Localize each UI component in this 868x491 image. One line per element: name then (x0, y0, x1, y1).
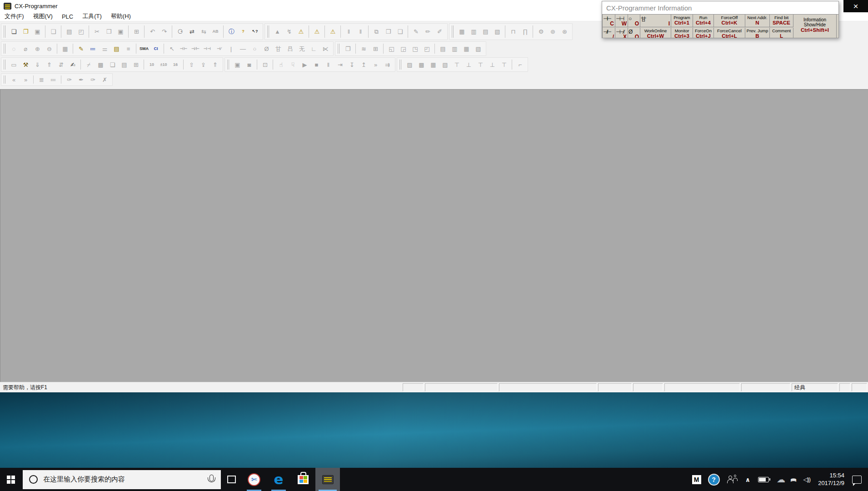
step-run-button[interactable]: ⇥ (334, 59, 346, 70)
toolbar-grip-handle[interactable] (3, 75, 5, 84)
rung-jump-button[interactable]: ≔ (47, 74, 59, 85)
new-coil-button[interactable]: ○ (249, 43, 260, 54)
new-file-button[interactable]: ❏ (8, 26, 20, 37)
memory-backup-button[interactable]: ▣ (231, 59, 243, 70)
auto-symbol-check-button[interactable]: ◳ (409, 43, 421, 54)
print-button[interactable]: ▤ (63, 26, 75, 37)
zoom-out-button[interactable]: ⊖ (43, 43, 55, 54)
toolbar-grip-handle[interactable] (451, 25, 454, 38)
new-instruction-button[interactable]: 甘 (272, 43, 284, 54)
help-topics-button[interactable]: ? (237, 26, 249, 37)
mesh-check-button[interactable]: ▩ (95, 59, 106, 70)
cut-button[interactable]: ✂ (91, 26, 103, 37)
taskbar-app-store[interactable] (291, 468, 315, 491)
tray-people-icon[interactable] (727, 475, 738, 484)
memory-card-view-button[interactable]: ▤ (479, 26, 491, 37)
compile-warning-button[interactable]: ⚠ (311, 26, 323, 37)
step-into-button[interactable]: ↧ (346, 59, 358, 70)
monitor-decimal-button[interactable]: 10 (146, 59, 158, 70)
force-pen-reset-button[interactable]: ✒ (75, 74, 87, 85)
task-schedule-button[interactable]: ⊞ (369, 43, 381, 54)
context-help-button[interactable]: ↖? (249, 26, 261, 37)
new-closed-contact-button[interactable]: ⊣∕⊢ (190, 43, 201, 54)
pan-tool-button[interactable]: ◌ (8, 43, 20, 54)
taskbar-app-snipping[interactable]: ✄ (242, 468, 266, 491)
plc-clock-sync-button[interactable]: ⊛ (559, 26, 570, 37)
toolbar-grip-handle[interactable] (3, 44, 5, 54)
change-all-button[interactable]: ⇆ (198, 26, 210, 37)
find-button[interactable]: ⚆ (174, 26, 186, 37)
io-panel-button[interactable]: ▤ (118, 59, 130, 70)
section-view-button[interactable]: ❏ (106, 59, 118, 70)
toolbar-grip-handle[interactable] (399, 60, 401, 70)
time-chart-monitor-button[interactable]: ∏ (519, 26, 531, 37)
io-comment-table-button[interactable]: ▧ (472, 43, 484, 54)
menu-item-plc[interactable]: PLC (57, 12, 78, 21)
grid-toggle-button[interactable]: ▦ (59, 43, 71, 54)
flash-save-button[interactable]: ◙ (243, 59, 255, 70)
redo-button[interactable]: ↷ (158, 26, 170, 37)
rung-reference-button[interactable]: ❑ (394, 26, 406, 37)
address-comment-list-button[interactable]: ≔ (87, 43, 99, 54)
new-closed-coil-button[interactable]: Ø (260, 43, 272, 54)
new-contact-button[interactable]: ⊣⊢ (178, 43, 190, 54)
microphone-icon[interactable] (205, 474, 217, 486)
watch-window-1-button[interactable]: ▨ (404, 59, 415, 70)
force-pen-toggle-button[interactable]: ✑ (87, 74, 99, 85)
auto-symbol-plain-button[interactable]: ◰ (421, 43, 433, 54)
timing-bar-3-button[interactable]: ⊤ (474, 59, 486, 70)
replace-button[interactable]: ⇄ (186, 26, 198, 37)
auto-symbol-z-button[interactable]: ◱ (385, 43, 397, 54)
transfer-from-plc-button[interactable]: ⇑ (43, 59, 55, 70)
online-edit-send-button[interactable]: ✏ (422, 26, 434, 37)
tray-show-hidden-icons-chevron[interactable]: ∧ (745, 476, 750, 483)
tray-volume-icon[interactable]: ◁)) (803, 476, 811, 483)
differential-monitor-button[interactable]: ⊓ (507, 26, 519, 37)
run-program-button[interactable]: ▶ (299, 59, 310, 70)
new-or-contact-button[interactable]: ⊣⊣ (201, 43, 213, 54)
symbol-bar-button[interactable]: ⚌ (99, 43, 110, 54)
select-mode-button[interactable]: ↖ (166, 43, 178, 54)
indent-rung-button[interactable]: » (20, 74, 31, 85)
symbol-table-button[interactable]: ▤ (437, 43, 449, 54)
tray-help-icon[interactable]: ? (709, 475, 719, 485)
build-program-button[interactable]: ⚒ (20, 59, 31, 70)
compare-with-plc-button[interactable]: ⇵ (55, 59, 67, 70)
online-edit-cancel-button[interactable]: ✐ (434, 26, 445, 37)
paste-program-button[interactable]: ⊞ (130, 26, 142, 37)
change-address-ab-button[interactable]: AB (210, 26, 221, 37)
pc-monitor-button[interactable]: ⊡ (259, 59, 271, 70)
new-instruction-detail-button[interactable]: 吕 (284, 43, 296, 54)
force-reset-button[interactable]: ⇪ (197, 59, 209, 70)
plc-settings-button[interactable]: ✍ (67, 59, 79, 70)
copy-button[interactable]: ❒ (103, 26, 115, 37)
watch-window-3-button[interactable]: ▦ (427, 59, 439, 70)
timing-bar-5-button[interactable]: ⊤ (498, 59, 510, 70)
menu-item-view[interactable]: 视图(V) (29, 12, 57, 21)
tray-onedrive-cloud-icon[interactable]: ☁ (777, 475, 785, 484)
taskbar-app-edge[interactable]: e (266, 468, 291, 491)
online-edit-begin-button[interactable]: ✎ (410, 26, 422, 37)
continuous-step-button[interactable]: » (369, 59, 381, 70)
toolbar-grip-handle[interactable] (337, 44, 339, 54)
differential-pause-button[interactable]: ‖ (343, 26, 354, 37)
new-inverted-instruction-button[interactable]: 无 (296, 43, 308, 54)
monitor-data-in-rung-button[interactable]: ▤ (110, 43, 122, 54)
force-set-button[interactable]: ⇧ (185, 59, 197, 70)
taskbar-search-input[interactable]: 在这里输入你要搜索的内容 (23, 470, 221, 489)
online-monitor-warning-button[interactable]: ⚠ (327, 26, 339, 37)
align-rungs-button[interactable]: ≣ (35, 74, 47, 85)
address-reference-button[interactable]: ❒ (382, 26, 394, 37)
stop-hand-button[interactable]: ☝ (275, 59, 287, 70)
tray-battery-icon[interactable] (758, 477, 769, 482)
find-in-project-button[interactable]: ❑ (47, 26, 59, 37)
plc-memory-view-button[interactable]: ▦ (456, 26, 468, 37)
auto-symbol-x-button[interactable]: ◲ (397, 43, 409, 54)
paste-button[interactable]: ▣ (115, 26, 126, 37)
pause-button[interactable]: ‖ (354, 26, 366, 37)
force-pen-set-button[interactable]: ✑ (63, 74, 75, 85)
toolbar-grip-handle[interactable] (3, 60, 5, 70)
force-pen-cancel-button[interactable]: ✗ (99, 74, 110, 85)
undo-button[interactable]: ↶ (146, 26, 158, 37)
outdent-rung-button[interactable]: « (8, 74, 20, 85)
